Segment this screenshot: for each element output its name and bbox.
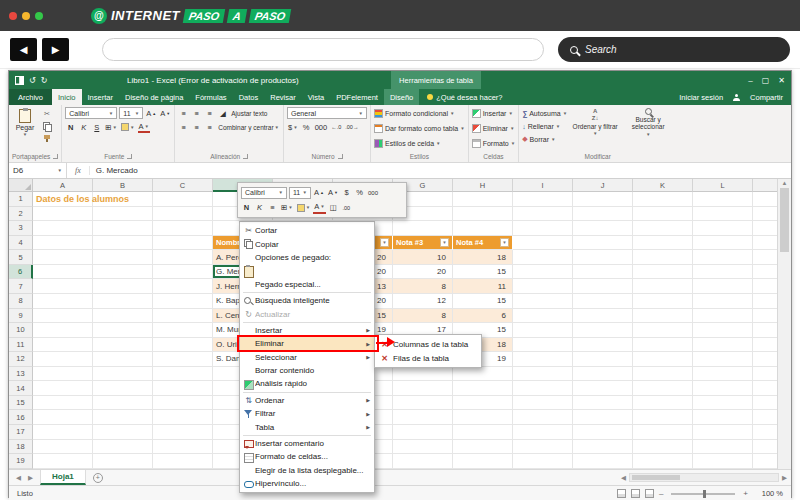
- cell-C12[interactable]: [153, 352, 213, 367]
- cell-C1[interactable]: [153, 192, 213, 207]
- sheet-next-icon[interactable]: ▶: [28, 474, 33, 482]
- scroll-left-icon[interactable]: ◀: [621, 474, 626, 482]
- menu-item-formato-de-celdas[interactable]: Formato de celdas...: [240, 450, 374, 463]
- align-left-icon[interactable]: ≡: [178, 121, 189, 133]
- cell-I19[interactable]: [513, 454, 573, 469]
- cell-C2[interactable]: [153, 207, 213, 222]
- share-button[interactable]: Compartir: [750, 93, 783, 102]
- cell-B12[interactable]: [93, 352, 153, 367]
- filter-button-H[interactable]: ▼: [500, 238, 509, 247]
- cell-K6[interactable]: [633, 265, 693, 280]
- sign-in-link[interactable]: Iniciar sesión: [679, 93, 723, 102]
- cell-L7[interactable]: [693, 279, 753, 294]
- cell-H18[interactable]: [453, 440, 513, 455]
- cell-L19[interactable]: [693, 454, 753, 469]
- minimize-dot[interactable]: [22, 12, 30, 20]
- dialog-launcher-icon[interactable]: [53, 154, 58, 159]
- row-header-14[interactable]: 14: [9, 381, 33, 396]
- cell-J8[interactable]: [573, 294, 633, 309]
- menu-item-elegir-de-la-lista-desplegable[interactable]: Elegir de la lista desplegable...: [240, 464, 374, 477]
- increase-decimal-button[interactable]: ←.0: [330, 121, 342, 133]
- underline-button[interactable]: S: [91, 121, 102, 133]
- cell-H19[interactable]: [453, 454, 513, 469]
- zoom-slider[interactable]: [671, 493, 735, 495]
- format-cells-button[interactable]: Formato▼: [472, 137, 516, 150]
- cell-K4[interactable]: [633, 236, 693, 251]
- cell-L13[interactable]: [693, 367, 753, 382]
- cell-K10[interactable]: [633, 323, 693, 338]
- zoom-thumb[interactable]: [703, 490, 706, 498]
- cell-A18[interactable]: [33, 440, 93, 455]
- cell-M13[interactable]: [753, 367, 777, 382]
- column-header-M[interactable]: M: [753, 179, 777, 192]
- cell-H16[interactable]: [453, 410, 513, 425]
- cell-M11[interactable]: [753, 338, 777, 353]
- cell-C10[interactable]: [153, 323, 213, 338]
- mini-comma-button[interactable]: 000: [367, 187, 379, 199]
- menu-item-insertar-comentario[interactable]: Insertar comentario: [240, 437, 374, 450]
- font-size-select[interactable]: 11▼: [119, 107, 143, 119]
- mini-italic-button[interactable]: K: [254, 202, 265, 214]
- cell-A3[interactable]: [33, 221, 93, 236]
- cell-B9[interactable]: [93, 309, 153, 324]
- cell-L11[interactable]: [693, 338, 753, 353]
- format-as-table-button[interactable]: Dar formato como tabla▼: [374, 122, 465, 135]
- cell-G18[interactable]: [393, 440, 453, 455]
- mini-align-icon[interactable]: ≡: [267, 202, 278, 214]
- submenu-item-filas-de-la-tabla[interactable]: ✕Filas de la tabla: [375, 351, 481, 365]
- cell-A7[interactable]: [33, 279, 93, 294]
- cell-M3[interactable]: [753, 221, 777, 236]
- cell-I13[interactable]: [513, 367, 573, 382]
- format-painter-icon[interactable]: [41, 133, 53, 143]
- cell-L1[interactable]: [693, 192, 753, 207]
- cell-B13[interactable]: [93, 367, 153, 382]
- cell-B16[interactable]: [93, 410, 153, 425]
- cell-G5[interactable]: 10: [393, 250, 453, 265]
- scroll-up-icon[interactable]: ▲: [782, 180, 788, 186]
- cell-G3[interactable]: [393, 221, 453, 236]
- cell-A9[interactable]: [33, 309, 93, 324]
- cell-A6[interactable]: [33, 265, 93, 280]
- cell-M1[interactable]: [753, 192, 777, 207]
- cell-G4[interactable]: Nota #3▼: [393, 236, 453, 251]
- cell-K8[interactable]: [633, 294, 693, 309]
- cell-I6[interactable]: [513, 265, 573, 280]
- cell-G15[interactable]: [393, 396, 453, 411]
- cell-A10[interactable]: [33, 323, 93, 338]
- merge-center-button[interactable]: Combinar y centrar▼: [217, 121, 280, 133]
- mini-decimal-button[interactable]: .00: [341, 202, 352, 214]
- cell-B7[interactable]: [93, 279, 153, 294]
- cell-H17[interactable]: [453, 425, 513, 440]
- hscroll-thumb[interactable]: [632, 475, 680, 480]
- align-bottom-icon[interactable]: ≡: [204, 107, 215, 119]
- menu-item-pegado-especial[interactable]: Pegado especial...: [240, 278, 374, 291]
- comma-style-button[interactable]: 000: [314, 121, 329, 133]
- row-header-7[interactable]: 7: [9, 279, 33, 294]
- cell-M10[interactable]: [753, 323, 777, 338]
- cell-K14[interactable]: [633, 381, 693, 396]
- sort-filter-button[interactable]: AZ↓ Ordenar y filtrar ▼: [570, 107, 620, 136]
- menu-item-actualizar[interactable]: Actualizar: [240, 307, 374, 320]
- cell-M6[interactable]: [753, 265, 777, 280]
- row-header-5[interactable]: 5: [9, 250, 33, 265]
- cell-I12[interactable]: [513, 352, 573, 367]
- font-name-select[interactable]: Calibri▼: [65, 107, 117, 119]
- cell-H13[interactable]: [453, 367, 513, 382]
- cell-I3[interactable]: [513, 221, 573, 236]
- zoom-in-button[interactable]: +: [743, 489, 748, 498]
- autosum-button[interactable]: ∑Autosuma▼: [522, 107, 567, 119]
- cell-C15[interactable]: [153, 396, 213, 411]
- cell-B17[interactable]: [93, 425, 153, 440]
- cell-M19[interactable]: [753, 454, 777, 469]
- row-header-19[interactable]: 19: [9, 454, 33, 469]
- cell-C6[interactable]: [153, 265, 213, 280]
- cell-A5[interactable]: [33, 250, 93, 265]
- cell-I9[interactable]: [513, 309, 573, 324]
- cell-L3[interactable]: [693, 221, 753, 236]
- redo-icon[interactable]: ↻: [41, 76, 48, 85]
- cell-H3[interactable]: [453, 221, 513, 236]
- cell-H8[interactable]: 15: [453, 294, 513, 309]
- cell-I1[interactable]: [513, 192, 573, 207]
- cell-G19[interactable]: [393, 454, 453, 469]
- number-format-select[interactable]: General▼: [287, 107, 367, 119]
